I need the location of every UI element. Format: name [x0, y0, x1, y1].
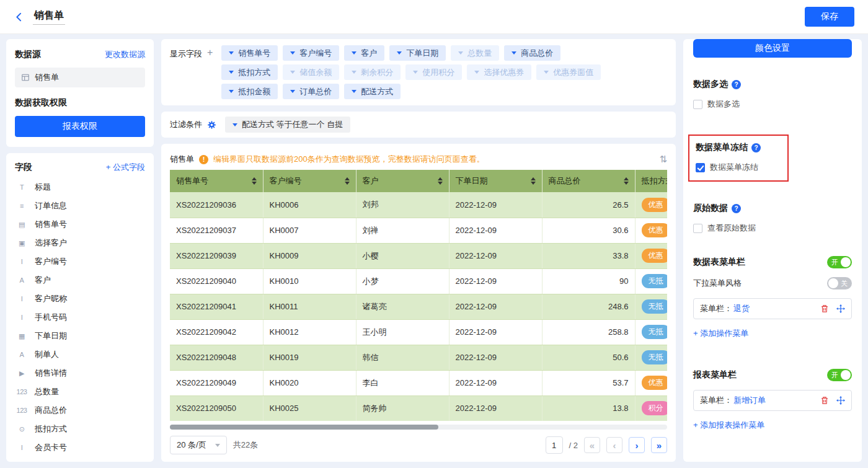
field-list-item[interactable]: ▦下单日期: [15, 327, 145, 345]
table-row[interactable]: XS20221209040KH0010小梦2022-12-0990无抵: [170, 268, 667, 294]
field-list-item[interactable]: I客户昵称: [15, 289, 145, 308]
page-size-select[interactable]: 20 条/页: [170, 436, 227, 454]
column-header[interactable]: 商品总价: [542, 170, 635, 192]
column-header[interactable]: 客户: [356, 170, 449, 192]
menu-item-value[interactable]: 新增订单: [733, 395, 766, 406]
field-list-item[interactable]: I会员卡号: [15, 438, 145, 457]
column-header[interactable]: 抵扣方式: [635, 170, 667, 192]
field-list-item[interactable]: ≡订单信息: [15, 196, 145, 215]
column-header[interactable]: 销售单号: [170, 170, 263, 192]
sort-icon[interactable]: [438, 177, 443, 185]
filter-condition-chip[interactable]: 配送方式 等于任意一个 自提: [225, 117, 350, 133]
table-row[interactable]: XS20221209042KH0012王小明2022-12-09258.8无抵: [170, 319, 667, 345]
sort-icon[interactable]: [624, 177, 629, 185]
checkbox-unchecked[interactable]: [693, 100, 702, 109]
table-cell: KH0025: [263, 395, 356, 421]
menu-item-value[interactable]: 退货: [733, 303, 750, 314]
help-icon[interactable]: [751, 143, 761, 152]
column-header[interactable]: 下单日期: [449, 170, 542, 192]
table-title: 销售单: [170, 154, 194, 165]
field-list-item[interactable]: 123商品总价: [15, 401, 145, 420]
column-label: 商品总价: [549, 175, 581, 187]
table-row[interactable]: XS20221209041KH0011诸葛亮2022-12-09248.6无抵: [170, 294, 667, 319]
save-button[interactable]: 保存: [805, 7, 854, 27]
help-icon[interactable]: [732, 204, 741, 213]
checkbox-checked[interactable]: [696, 163, 705, 172]
add-display-field-button[interactable]: +: [207, 48, 213, 57]
checkbox-unchecked[interactable]: [693, 224, 702, 233]
field-list-item[interactable]: I手机号码: [15, 308, 145, 327]
next-page-button[interactable]: ›: [629, 437, 645, 453]
table-row[interactable]: XS20221209039KH0009小樱2022-12-0933.8优惠: [170, 243, 667, 268]
display-field-chip[interactable]: 下单日期: [389, 45, 446, 61]
display-field-chip[interactable]: 客户: [344, 45, 384, 61]
field-list-item[interactable]: I客户编号: [15, 252, 145, 271]
display-field-chip[interactable]: 抵扣方式: [221, 64, 278, 80]
display-field-chip[interactable]: 储值余额: [283, 64, 339, 80]
add-report-menu-link[interactable]: + 添加报表操作菜单: [693, 420, 764, 431]
table-cell-total: 33.8: [542, 243, 635, 268]
scrollbar-thumb[interactable]: [170, 425, 438, 430]
display-field-chip[interactable]: 销售单号: [221, 45, 278, 61]
report-permission-button[interactable]: 报表权限: [15, 116, 145, 137]
field-list-item[interactable]: A客户: [15, 271, 145, 289]
permission-title: 数据获取权限: [15, 97, 145, 108]
table-row[interactable]: XS20221209048KH0019韩信2022-12-0950.6无抵: [170, 345, 667, 370]
field-list-item[interactable]: A制单人: [15, 345, 145, 364]
filter-settings-button[interactable]: [207, 120, 216, 130]
prev-page-button[interactable]: ‹: [606, 437, 622, 453]
first-page-button[interactable]: «: [584, 437, 600, 453]
display-field-chip[interactable]: 订单总价: [283, 84, 339, 99]
change-datasource-link[interactable]: 更改数据源: [105, 49, 145, 60]
sort-icon[interactable]: [345, 177, 350, 185]
sort-icon[interactable]: [252, 177, 257, 185]
sort-order-icon[interactable]: ⇅: [659, 154, 667, 165]
help-icon[interactable]: [732, 80, 741, 89]
display-field-chip[interactable]: 使用积分: [405, 64, 462, 80]
move-icon: [836, 396, 845, 405]
move-menu-handle[interactable]: [836, 396, 845, 405]
display-field-chip[interactable]: 抵扣金额: [221, 84, 278, 99]
table-row[interactable]: XS20221209050KH0025简务帅2022-12-0913.8积分: [170, 395, 667, 421]
menu-item-row[interactable]: 菜单栏： 退货: [693, 298, 852, 319]
color-settings-button[interactable]: 颜色设置: [693, 39, 852, 58]
display-field-chip[interactable]: 客户编号: [283, 45, 339, 61]
last-page-button[interactable]: »: [651, 437, 667, 453]
table-menu-title: 数据表菜单栏: [693, 257, 745, 268]
menu-freeze-checkbox-row[interactable]: 数据菜单冻结: [696, 162, 781, 173]
sort-icon[interactable]: [531, 177, 536, 185]
field-list-item[interactable]: ▶销售详情: [15, 364, 145, 382]
field-list-item[interactable]: ▣选择客户: [15, 234, 145, 252]
delete-menu-button[interactable]: [820, 304, 829, 313]
dropdown-style-toggle[interactable]: 关: [827, 277, 852, 289]
field-list-item[interactable]: 123总数量: [15, 382, 145, 401]
delete-menu-button[interactable]: [820, 396, 829, 405]
display-field-chip[interactable]: 配送方式: [344, 84, 401, 99]
add-menu-link[interactable]: + 添加操作菜单: [693, 328, 748, 339]
page-number-input[interactable]: 1: [546, 436, 563, 454]
horizontal-scrollbar[interactable]: [170, 425, 667, 430]
report-menu-toggle[interactable]: 开: [827, 369, 852, 381]
menu-item-row[interactable]: 菜单栏： 新增订单: [693, 390, 852, 411]
table-row[interactable]: XS20221209037KH0007刘禅2022-12-0930.6优惠: [170, 218, 667, 243]
add-formula-field-link[interactable]: + 公式字段: [106, 162, 145, 173]
table-cell: 2022-12-09: [449, 243, 542, 268]
column-header-inner: 抵扣方式: [642, 175, 668, 187]
raw-data-checkbox-row[interactable]: 查看原始数据: [693, 223, 852, 234]
table-menu-toggle[interactable]: 开: [827, 256, 852, 268]
column-header[interactable]: 客户编号: [263, 170, 356, 192]
multi-select-checkbox-row[interactable]: 数据多选: [693, 99, 852, 110]
field-list-item[interactable]: ▤销售单号: [15, 215, 145, 234]
back-button[interactable]: [14, 12, 24, 22]
field-list-item[interactable]: T标题: [15, 178, 145, 196]
table-row[interactable]: XS20221209036KH0006刘邦2022-12-0926.5优惠: [170, 192, 667, 218]
datasource-item[interactable]: 销售单: [15, 68, 145, 87]
move-menu-handle[interactable]: [836, 304, 845, 313]
display-field-chip[interactable]: 总数量: [451, 45, 499, 61]
display-field-chip[interactable]: 剩余积分: [344, 64, 401, 80]
table-row[interactable]: XS20221209049KH0020李白2022-12-0953.7优惠: [170, 370, 667, 395]
display-field-chip[interactable]: 商品总价: [504, 45, 560, 61]
display-field-chip[interactable]: 选择优惠券: [467, 64, 531, 80]
display-field-chip[interactable]: 优惠券面值: [536, 64, 601, 80]
field-list-item[interactable]: ⊙抵扣方式: [15, 420, 145, 438]
